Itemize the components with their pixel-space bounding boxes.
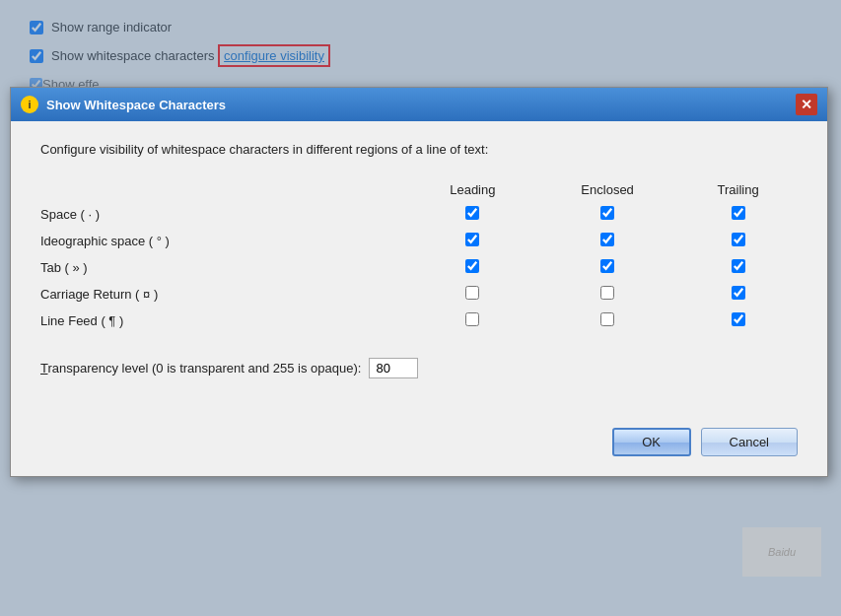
table-row: Carriage Return ( ¤ ) bbox=[40, 281, 798, 308]
checkbox-enclosed-4[interactable] bbox=[600, 312, 614, 326]
check-enclosed-0 bbox=[536, 201, 678, 228]
titlebar-left: i Show Whitespace Characters bbox=[21, 96, 226, 113]
check-leading-0 bbox=[409, 201, 536, 228]
transparency-label: Transparency level (0 is transparent and… bbox=[40, 361, 361, 376]
table-row: Tab ( » ) bbox=[40, 254, 798, 281]
checkbox-enclosed-3[interactable] bbox=[600, 286, 614, 300]
check-trailing-4 bbox=[678, 308, 798, 334]
checkbox-trailing-2[interactable] bbox=[732, 259, 745, 273]
check-leading-2 bbox=[409, 254, 536, 281]
col-header-label bbox=[40, 178, 409, 201]
checkbox-enclosed-2[interactable] bbox=[600, 259, 614, 273]
checkbox-leading-3[interactable] bbox=[465, 286, 479, 300]
dialog-footer: OK Cancel bbox=[11, 418, 827, 476]
check-trailing-2 bbox=[678, 254, 798, 281]
whitespace-table: Leading Enclosed Trailing Space ( · )Ide… bbox=[40, 178, 798, 334]
row-label-2: Tab ( » ) bbox=[40, 254, 409, 281]
check-enclosed-4 bbox=[536, 308, 678, 334]
dialog-close-button[interactable]: ✕ bbox=[796, 94, 817, 115]
checkbox-leading-0[interactable] bbox=[465, 206, 479, 220]
col-header-enclosed: Enclosed bbox=[536, 178, 678, 201]
check-enclosed-3 bbox=[536, 281, 678, 308]
transparency-row: Transparency level (0 is transparent and… bbox=[40, 358, 798, 378]
transparency-input[interactable] bbox=[369, 358, 418, 378]
row-label-4: Line Feed ( ¶ ) bbox=[40, 308, 409, 334]
checkbox-trailing-1[interactable] bbox=[732, 233, 745, 246]
ok-button[interactable]: OK bbox=[612, 428, 691, 456]
cancel-button[interactable]: Cancel bbox=[701, 428, 798, 456]
col-header-leading: Leading bbox=[409, 178, 536, 201]
show-whitespace-dialog: i Show Whitespace Characters ✕ Configure… bbox=[10, 87, 828, 477]
checkbox-leading-1[interactable] bbox=[465, 233, 479, 246]
check-enclosed-1 bbox=[536, 228, 678, 254]
check-trailing-1 bbox=[678, 228, 798, 254]
table-row: Ideographic space ( ° ) bbox=[40, 228, 798, 254]
watermark: Baidu bbox=[742, 527, 821, 577]
col-header-trailing: Trailing bbox=[678, 178, 798, 201]
row-label-3: Carriage Return ( ¤ ) bbox=[40, 281, 409, 308]
dialog-info-icon: i bbox=[21, 96, 38, 113]
check-trailing-0 bbox=[678, 201, 798, 228]
checkbox-trailing-4[interactable] bbox=[732, 312, 745, 326]
check-leading-1 bbox=[409, 228, 536, 254]
table-row: Space ( · ) bbox=[40, 201, 798, 228]
dialog-titlebar: i Show Whitespace Characters ✕ bbox=[11, 88, 827, 121]
check-trailing-3 bbox=[678, 281, 798, 308]
checkbox-enclosed-1[interactable] bbox=[600, 233, 614, 246]
checkbox-trailing-0[interactable] bbox=[732, 206, 745, 220]
checkbox-enclosed-0[interactable] bbox=[600, 206, 614, 220]
checkbox-leading-2[interactable] bbox=[465, 259, 479, 273]
table-row: Line Feed ( ¶ ) bbox=[40, 308, 798, 334]
check-leading-3 bbox=[409, 281, 536, 308]
check-leading-4 bbox=[409, 308, 536, 334]
row-label-1: Ideographic space ( ° ) bbox=[40, 228, 409, 254]
checkbox-leading-4[interactable] bbox=[465, 312, 479, 326]
dialog-description: Configure visibility of whitespace chara… bbox=[40, 141, 798, 159]
dialog-body: Configure visibility of whitespace chara… bbox=[11, 121, 827, 418]
check-enclosed-2 bbox=[536, 254, 678, 281]
row-label-0: Space ( · ) bbox=[40, 201, 409, 228]
checkbox-trailing-3[interactable] bbox=[732, 286, 745, 300]
dialog-title: Show Whitespace Characters bbox=[46, 98, 226, 112]
